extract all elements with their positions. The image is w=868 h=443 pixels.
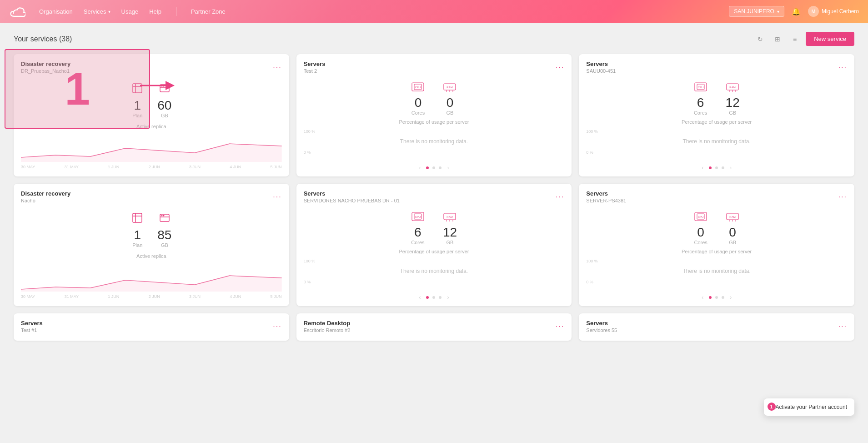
prev-page-button[interactable]: ‹ — [417, 165, 422, 171]
stat-label-cores: Cores — [411, 240, 425, 245]
prev-page-button[interactable]: ‹ — [700, 294, 705, 301]
stat-label-gb: GB — [443, 110, 457, 116]
svg-text:RAM: RAM — [447, 216, 453, 218]
services-dropdown-arrow: ▾ — [108, 9, 110, 14]
partial-card-subtitle: Escritorio Remoto #2 — [304, 327, 351, 333]
replica-label: Active replica — [14, 250, 289, 261]
stat-value-cores: 6 — [411, 225, 425, 240]
plan-icon — [131, 211, 144, 226]
page-dot-3[interactable] — [439, 166, 442, 169]
plan-icon — [131, 82, 144, 96]
page-dot-1[interactable] — [426, 296, 429, 299]
card-pagination: ‹ › — [296, 161, 572, 173]
svg-point-30 — [161, 215, 162, 216]
card-header: Servers SERVER-PS4381 ··· — [579, 184, 854, 207]
page-dot-2[interactable] — [715, 166, 718, 169]
topbar-actions: ↻ ⊞ ≡ New service — [754, 32, 854, 46]
cpu-icon: CPU — [411, 82, 425, 94]
pct-high: 100 % — [586, 259, 598, 263]
page-dot-3[interactable] — [439, 296, 442, 299]
card-servers-test2: Servers Test 2 ··· CPU 0 Cores RAM — [296, 54, 572, 176]
partial-card-header: Servers Test #1 ··· — [21, 320, 282, 333]
stat-label-gb: GB — [726, 110, 740, 116]
card-subtitle: SERVER-PS4381 — [586, 198, 626, 203]
page-dot-2[interactable] — [715, 296, 718, 299]
ram-icon: RAM — [443, 82, 457, 94]
svg-rect-2 — [133, 84, 142, 93]
partner-notification[interactable]: 1 Activate your Partner account — [764, 398, 854, 416]
card-header-left: Servers Test 2 — [304, 60, 326, 74]
logo[interactable] — [9, 5, 25, 18]
monitoring-area: 100 % There is no monitoring data. 0 % — [579, 126, 854, 161]
chart-area: 30 MAY 31 MAY 1 JUN 2 JUN 3 JUN 4 JUN 5 … — [14, 131, 289, 170]
card-menu-button[interactable]: ··· — [273, 322, 281, 331]
card-subtitle: SAUU00-451 — [586, 68, 616, 74]
card-menu-button[interactable]: ··· — [556, 193, 564, 201]
nav-partner-zone[interactable]: Partner Zone — [191, 8, 226, 15]
usage-label: Percentage of usage per server — [579, 117, 854, 126]
card-menu-button[interactable]: ··· — [556, 322, 564, 331]
page-dot-3[interactable] — [722, 166, 724, 169]
user-menu[interactable]: M Miguel Cerbero — [808, 6, 859, 17]
svg-point-8 — [163, 86, 164, 87]
next-page-button[interactable]: › — [445, 165, 451, 171]
partial-card-type: Servers — [586, 320, 617, 327]
refresh-button[interactable]: ↻ — [754, 33, 767, 45]
card-pagination: ‹ › — [579, 161, 854, 173]
next-page-button[interactable]: › — [445, 294, 451, 301]
grid-view-button[interactable]: ⊞ — [771, 33, 784, 45]
page-dot-1[interactable] — [709, 166, 712, 169]
notifications-bell[interactable]: 🔔 — [792, 7, 801, 16]
card-header: Servers SERVIDORES NACHO PRUEBAS DR - 01… — [296, 184, 572, 207]
new-service-button[interactable]: New service — [806, 32, 854, 46]
prev-page-button[interactable]: ‹ — [700, 165, 705, 171]
stat-value-gb: 12 — [726, 96, 740, 110]
stat-label-plan: Plan — [131, 113, 144, 118]
partial-card-subtitle: Test #1 — [21, 327, 43, 333]
card-stats: 1 Plan 60 GB — [14, 77, 289, 120]
cpu-icon: CPU — [694, 82, 707, 94]
page-dot-2[interactable] — [432, 166, 435, 169]
stat-ram: RAM 12 GB — [443, 211, 457, 245]
monitoring-area: 100 % There is no monitoring data. 0 % — [296, 256, 572, 291]
page-dot-1[interactable] — [426, 166, 429, 169]
card-type: Servers — [586, 190, 626, 197]
card-menu-button[interactable]: ··· — [273, 193, 281, 201]
next-page-button[interactable]: › — [728, 294, 733, 301]
stat-label-plan: Plan — [131, 242, 144, 248]
svg-text:RAM: RAM — [729, 86, 735, 89]
card-type: Disaster recovery — [21, 60, 70, 67]
card-menu-button[interactable]: ··· — [838, 193, 847, 201]
nav-help[interactable]: Help — [149, 8, 161, 15]
stat-label-cores: Cores — [694, 240, 707, 245]
card-menu-button[interactable]: ··· — [556, 63, 564, 71]
page-dot-2[interactable] — [432, 296, 435, 299]
nav-divider — [176, 7, 176, 16]
card-pagination: ‹ › — [579, 291, 854, 302]
card-menu-button[interactable]: ··· — [838, 63, 847, 71]
stat-label-gb: GB — [443, 240, 457, 245]
next-page-button[interactable]: › — [728, 165, 733, 171]
stat-storage: 60 GB — [157, 82, 171, 118]
page-dot-3[interactable] — [722, 296, 724, 299]
stat-label-gb: GB — [157, 113, 171, 118]
list-view-button[interactable]: ≡ — [788, 33, 801, 45]
card-header-left: Servers SAUU00-451 — [586, 60, 616, 74]
page-dot-1[interactable] — [709, 296, 712, 299]
card-menu-button[interactable]: ··· — [273, 63, 281, 71]
partial-card-info: Servers Test #1 — [21, 320, 43, 333]
card-servers-ps4381: Servers SERVER-PS4381 ··· CPU 0 Cores RA… — [579, 184, 854, 306]
prev-page-button[interactable]: ‹ — [417, 294, 422, 301]
chart-area: 30 MAY 31 MAY 1 JUN 2 JUN 3 JUN 4 JUN 5 … — [14, 261, 289, 300]
card-menu-button[interactable]: ··· — [838, 322, 847, 331]
location-selector[interactable]: SAN JUNIPERO ▾ — [729, 6, 784, 17]
card-disaster-recovery-1: Disaster recovery DR_Pruebas_Nacho1 ··· … — [14, 54, 289, 176]
header: Organisation Services ▾ Usage Help Partn… — [0, 0, 868, 23]
stat-cores: CPU 0 Cores — [411, 82, 425, 116]
nav-services[interactable]: Services ▾ — [84, 8, 110, 15]
nav-organisation[interactable]: Organisation — [39, 8, 73, 15]
nav-usage[interactable]: Usage — [121, 8, 139, 15]
partial-card-info: Remote Desktop Escritorio Remoto #2 — [304, 320, 351, 333]
no-data-text: There is no monitoring data. — [304, 259, 565, 288]
stat-ram: RAM 12 GB — [726, 82, 740, 116]
